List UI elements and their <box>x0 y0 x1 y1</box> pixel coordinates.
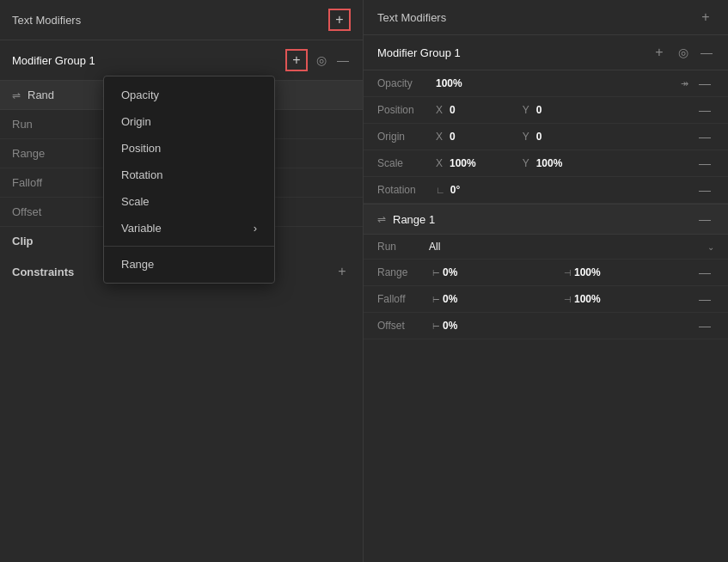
dropdown-item-scale[interactable]: Scale <box>104 188 274 215</box>
falloff-row: Falloff ⊢ 0% ⊣ 100% — <box>364 286 728 313</box>
range-section-title: Range 1 <box>393 213 688 226</box>
add-modifier-button-highlighted[interactable]: + <box>328 9 351 31</box>
left-panel-title: Text Modifiers <box>12 14 81 27</box>
falloff-end-group: ⊣ 100% <box>564 293 692 305</box>
chevron-right-icon: › <box>254 222 257 235</box>
modifier-group-header: Modifier Group 1 + ◎ — <box>0 40 363 81</box>
position-x-axis-label: X <box>436 104 443 116</box>
position-y-axis-label: Y <box>523 104 529 116</box>
dropdown-item-origin[interactable]: Origin <box>104 108 274 135</box>
scale-y-axis-label: Y <box>523 157 529 169</box>
scale-y-group: Y 100% <box>523 157 603 169</box>
range-sliders-icon: ⇌ <box>377 213 386 225</box>
origin-x-group: X 0 <box>436 131 516 143</box>
dropdown-item-variable[interactable]: Variable › <box>104 215 274 241</box>
range-prop-remove[interactable]: — <box>695 266 714 279</box>
falloff-start-icon: ⊢ <box>432 295 440 304</box>
opacity-remove[interactable]: — <box>695 76 714 90</box>
opacity-value[interactable]: 100% <box>436 77 462 89</box>
falloff-remove[interactable]: — <box>695 292 714 306</box>
rotation-remove[interactable]: — <box>695 183 714 197</box>
right-visibility-toggle[interactable]: ◎ <box>676 44 690 61</box>
falloff-label: Falloff <box>377 293 429 305</box>
dropdown-item-position[interactable]: Position <box>104 135 274 162</box>
dropdown-item-opacity[interactable]: Opacity <box>104 82 274 108</box>
offset-remove[interactable]: — <box>695 319 714 333</box>
right-modifier-group-header: Modifier Group 1 + ◎ — <box>364 35 728 70</box>
origin-row: Origin X 0 Y 0 — <box>364 124 728 150</box>
range-prop-label: Range <box>377 266 429 278</box>
rotation-label: Rotation <box>377 184 429 196</box>
scale-row: Scale X 100% Y 100% — <box>364 150 728 177</box>
add-constraint-button[interactable]: + <box>333 263 351 280</box>
range-end-group: ⊣ 100% <box>564 266 692 278</box>
origin-x-value[interactable]: 0 <box>450 131 456 143</box>
offset-value[interactable]: 0% <box>443 320 457 332</box>
modifier-group-title: Modifier Group 1 <box>12 54 278 67</box>
run-value[interactable]: All <box>429 241 707 253</box>
visibility-toggle[interactable]: ◎ <box>315 52 328 69</box>
scale-label: Scale <box>377 157 429 169</box>
falloff-end-icon: ⊣ <box>564 295 572 304</box>
run-chevron-icon: ⌄ <box>707 242 714 252</box>
scale-y-value[interactable]: 100% <box>536 157 563 169</box>
right-panel: Text Modifiers + Modifier Group 1 + ◎ — … <box>364 0 728 562</box>
falloff-end-value[interactable]: 100% <box>574 293 601 305</box>
rotation-val-group: ∟ 0° <box>436 184 559 196</box>
range-start-value[interactable]: 0% <box>443 266 457 278</box>
falloff-start-value[interactable]: 0% <box>443 293 457 305</box>
offset-row: Offset ⊢ 0% — <box>364 313 728 339</box>
range-start-group: ⊢ 0% <box>432 266 560 278</box>
remove-group-button[interactable]: — <box>335 52 351 69</box>
opacity-arrow-icon: ↠ <box>681 78 688 89</box>
run-label: Run <box>377 241 429 253</box>
origin-x-axis-label: X <box>436 131 443 143</box>
position-y-group: Y 0 <box>523 104 603 116</box>
rotation-value[interactable]: 0° <box>450 184 460 196</box>
left-panel-header: Text Modifiers + <box>0 0 363 40</box>
scale-x-group: X 100% <box>436 157 516 169</box>
opacity-label: Opacity <box>377 77 429 89</box>
dropdown-item-rotation[interactable]: Rotation <box>104 162 274 188</box>
falloff-start-group: ⊢ 0% <box>432 293 560 305</box>
sliders-icon: ⇌ <box>12 89 21 101</box>
position-x-value[interactable]: 0 <box>450 104 456 116</box>
range-item-label: Rand <box>28 89 54 101</box>
range-start-icon: ⊢ <box>432 268 440 278</box>
run-row: Run All ⌄ <box>364 235 728 260</box>
offset-val-group: ⊢ 0% <box>432 320 560 332</box>
origin-y-axis-label: Y <box>523 131 529 143</box>
position-x-group: X 0 <box>436 104 516 116</box>
right-panel-title: Text Modifiers <box>377 11 446 24</box>
right-modifier-title: Modifier Group 1 <box>377 46 642 59</box>
range-section-remove[interactable]: — <box>695 212 714 226</box>
scale-x-axis-label: X <box>436 157 443 169</box>
dropdown-item-range[interactable]: Range <box>104 251 274 278</box>
range-section-header: ⇌ Range 1 — <box>364 204 728 235</box>
right-remove-group[interactable]: — <box>699 44 714 61</box>
origin-label: Origin <box>377 131 429 143</box>
dropdown-menu: Opacity Origin Position Rotation Scale V… <box>103 76 275 284</box>
position-remove[interactable]: — <box>695 103 714 117</box>
right-group-add-button[interactable]: + <box>651 44 668 61</box>
right-panel-header: Text Modifiers + <box>364 0 728 35</box>
position-y-value[interactable]: 0 <box>536 104 542 116</box>
right-add-button[interactable]: + <box>697 9 714 26</box>
range-prop-row: Range ⊢ 0% ⊣ 100% — <box>364 260 728 286</box>
opacity-row: Opacity 100% ↠ — <box>364 70 728 97</box>
origin-y-group: Y 0 <box>523 131 603 143</box>
offset-label: Offset <box>377 320 429 332</box>
position-label: Position <box>377 104 429 116</box>
range-end-value[interactable]: 100% <box>574 266 601 278</box>
add-to-group-button[interactable]: + <box>285 49 308 71</box>
origin-remove[interactable]: — <box>695 130 714 144</box>
dropdown-divider <box>104 246 274 247</box>
scale-remove[interactable]: — <box>695 156 714 170</box>
left-panel: Text Modifiers + Modifier Group 1 + ◎ — … <box>0 0 364 562</box>
rotation-row: Rotation ∟ 0° — <box>364 177 728 204</box>
scale-x-value[interactable]: 100% <box>450 157 476 169</box>
rotation-angle-icon: ∟ <box>436 185 445 195</box>
range-end-icon: ⊣ <box>564 268 572 278</box>
origin-y-value[interactable]: 0 <box>536 131 542 143</box>
position-row: Position X 0 Y 0 — <box>364 97 728 124</box>
